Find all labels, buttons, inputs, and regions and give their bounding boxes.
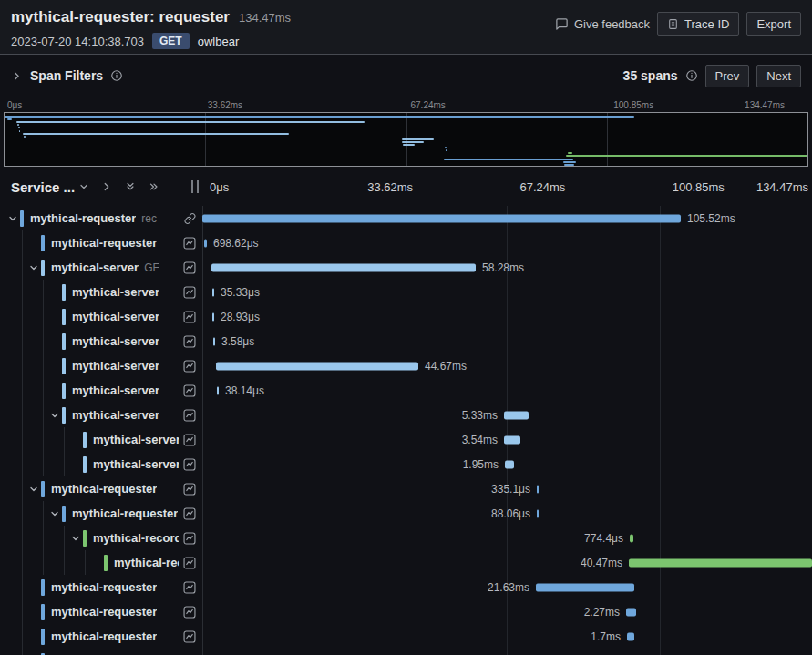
span-timeline-cell[interactable]: 1.7ms (202, 624, 812, 649)
chart-icon[interactable] (183, 606, 196, 619)
span-row[interactable]: mythical-server3.54ms (0, 427, 812, 452)
expand-chevron-icon[interactable] (28, 262, 41, 273)
span-row[interactable]: mythical-recorder774.4μs (0, 526, 812, 550)
expand-chevron-icon[interactable] (49, 508, 62, 519)
span-count-info-icon[interactable] (685, 69, 698, 82)
span-duration-bar[interactable] (537, 509, 539, 517)
span-duration-bar[interactable] (204, 239, 207, 247)
chart-icon[interactable] (183, 630, 196, 643)
chevron-down-icon[interactable] (78, 181, 89, 192)
expand-chevron-icon[interactable] (28, 484, 41, 495)
span-timeline-cell[interactable]: 44.67ms (202, 353, 812, 378)
export-button[interactable]: Export (746, 12, 801, 36)
span-timeline-cell[interactable]: 28.93μs (202, 304, 812, 329)
span-row[interactable]: mythical-requester1.7ms (0, 624, 812, 649)
span-timeline-cell[interactable]: 5.33ms (202, 403, 812, 427)
prev-button[interactable]: Prev (705, 65, 750, 87)
next-button[interactable]: Next (756, 65, 801, 87)
span-row[interactable]: mythical-requester698.62μs (0, 230, 812, 255)
span-duration-bar[interactable] (537, 485, 539, 493)
span-timeline-cell[interactable]: 38.14μs (202, 378, 812, 403)
chart-icon[interactable] (183, 458, 196, 471)
link-icon[interactable] (184, 212, 196, 224)
span-timeline-cell[interactable]: 774.4μs (202, 526, 812, 550)
span-row[interactable]: mythical-server5.33ms (0, 403, 812, 427)
span-duration-bar[interactable] (626, 608, 636, 616)
span-duration-bar[interactable] (216, 362, 418, 370)
expand-chevron-icon[interactable] (7, 213, 20, 224)
span-row[interactable]: mythical-requester2.27ms (0, 599, 812, 624)
span-row[interactable]: mythical-server1.95ms (0, 452, 812, 476)
span-row[interactable]: mythical-server3.58μs (0, 329, 812, 353)
span-duration-label: 774.4μs (584, 532, 623, 545)
trace-id-label: Trace ID (684, 18, 729, 30)
span-row[interactable]: mythical-server28.93μs (0, 304, 812, 329)
span-row[interactable]: mythical-requester88.06μs (0, 501, 812, 526)
span-duration-bar[interactable] (217, 386, 219, 394)
span-duration-bar[interactable] (504, 411, 529, 419)
span-timeline-cell[interactable]: 698.62μs (202, 230, 812, 255)
span-duration-bar[interactable] (211, 263, 476, 271)
span-timeline-cell[interactable]: 58.28ms (202, 255, 812, 280)
chart-icon[interactable] (183, 434, 196, 446)
span-timeline-cell[interactable]: 105.52ms (202, 206, 812, 230)
span-row[interactable]: mythical-server44.67ms (0, 353, 812, 378)
span-timeline-cell[interactable]: 40.47ms (202, 550, 812, 575)
chart-icon[interactable] (183, 311, 196, 323)
expand-all-icon[interactable] (148, 180, 160, 193)
span-timeline-cell[interactable]: 88.06μs (202, 501, 812, 526)
service-column-title[interactable]: Service ... (11, 179, 75, 195)
span-timeline-cell[interactable]: 3.58μs (202, 329, 812, 353)
span-timeline-cell[interactable]: 3.54ms (202, 427, 812, 452)
span-filters-info-icon[interactable] (110, 69, 123, 82)
chart-icon[interactable] (183, 532, 196, 545)
span-duration-bar[interactable] (536, 583, 634, 591)
span-row[interactable]: mythical-recorder40.47ms (0, 550, 812, 575)
chart-icon[interactable] (183, 360, 196, 373)
chart-icon[interactable] (183, 237, 196, 250)
expand-chevron-icon[interactable] (70, 533, 83, 544)
chart-icon[interactable] (183, 335, 196, 348)
span-timeline-cell[interactable]: 1.95ms (202, 452, 812, 476)
angle-right-icon[interactable] (100, 180, 113, 193)
span-duration-bar[interactable] (630, 534, 633, 542)
trace-id-button[interactable]: Trace ID (657, 12, 739, 36)
span-row[interactable]: mythical-server38.14μs (0, 378, 812, 403)
span-duration-bar[interactable] (627, 632, 634, 640)
span-duration-bar[interactable] (212, 288, 214, 296)
span-duration-bar[interactable] (629, 558, 812, 567)
indent-guide (22, 353, 23, 378)
chart-icon[interactable] (183, 507, 196, 520)
span-row[interactable]: mythical-requester (0, 649, 812, 655)
span-row[interactable]: mythical-requester335.1μs (0, 476, 812, 501)
span-duration-bar[interactable] (212, 312, 214, 321)
span-row[interactable]: mythical-serverGE58.28ms (0, 255, 812, 280)
chart-icon[interactable] (183, 286, 196, 299)
column-resize-handle[interactable] (191, 180, 199, 193)
span-timeline-cell[interactable]: 2.27ms (202, 599, 812, 624)
chart-icon[interactable] (183, 581, 196, 594)
span-duration-bar[interactable] (213, 337, 215, 345)
chart-icon[interactable] (183, 483, 196, 496)
span-row[interactable]: mythical-requesterrec105.52ms (0, 206, 812, 230)
span-duration-bar[interactable] (202, 214, 681, 222)
timeline-minimap[interactable] (4, 112, 808, 167)
expand-chevron-icon[interactable] (49, 410, 62, 421)
span-duration-bar[interactable] (505, 460, 514, 468)
span-duration-bar[interactable] (504, 435, 520, 444)
chart-icon[interactable] (183, 557, 196, 569)
span-timeline-cell[interactable]: 21.63ms (202, 575, 812, 599)
collapse-all-icon[interactable] (124, 180, 137, 193)
chart-icon[interactable] (183, 261, 196, 274)
span-filters-expand-icon[interactable] (11, 70, 23, 82)
give-feedback-button[interactable]: Give feedback (555, 17, 650, 31)
span-timeline-cell[interactable]: 35.33μs (202, 280, 812, 304)
span-row[interactable]: mythical-server35.33μs (0, 280, 812, 304)
chart-icon[interactable] (183, 384, 196, 397)
span-row[interactable]: mythical-requester21.63ms (0, 575, 812, 599)
chart-icon[interactable] (183, 409, 196, 422)
span-timeline-cell[interactable] (202, 649, 812, 655)
waterfall-header: Service ... 0μs33.62ms67.24ms100.85ms134… (0, 168, 812, 206)
service-color-marker (62, 506, 66, 522)
span-timeline-cell[interactable]: 335.1μs (202, 476, 812, 501)
